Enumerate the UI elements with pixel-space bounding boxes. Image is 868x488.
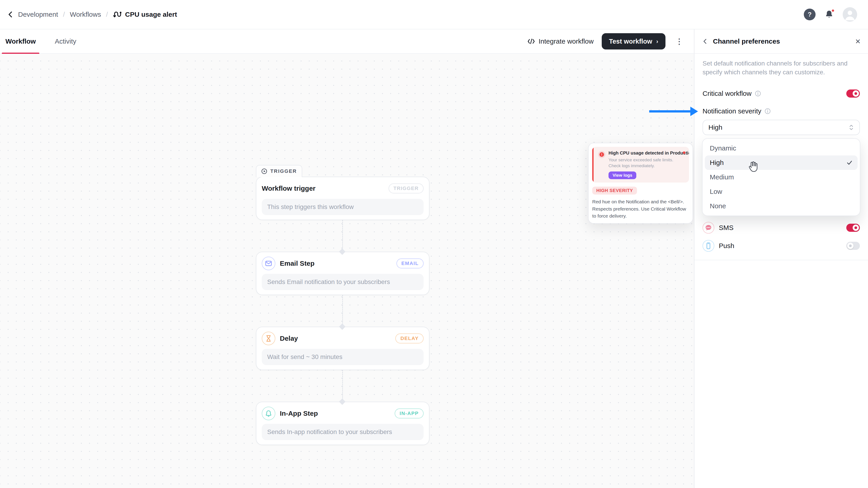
toolbar-actions: Integrate workflow Test workflow › ⋮ xyxy=(527,33,685,50)
notification-preview: ! High CPU usage detected in Production … xyxy=(592,147,689,183)
notification-timestamp: Today at 9:42 AM xyxy=(609,182,684,183)
high-severity-badge: HIGH SEVERITY xyxy=(592,187,637,195)
breadcrumb-separator: / xyxy=(106,11,108,18)
node-in-app-step[interactable]: In-App Step IN-APP Sends In-app notifica… xyxy=(256,402,430,445)
notification-head: ! High CPU usage detected in Production … xyxy=(598,151,684,183)
node-badge: DELAY xyxy=(395,333,424,344)
node-head: Delay DELAY xyxy=(262,332,424,345)
node-head: In-App Step IN-APP xyxy=(262,407,424,420)
tab-activity[interactable]: Activity xyxy=(51,29,80,54)
critical-workflow-row: Critical workflow xyxy=(703,87,860,100)
trigger-tab: TRIGGER xyxy=(256,165,302,177)
panel-divider xyxy=(694,260,868,260)
integrate-workflow-label: Integrate workflow xyxy=(539,37,594,45)
menu-item-medium[interactable]: Medium xyxy=(705,170,858,184)
node-workflow-trigger[interactable]: Workflow trigger TRIGGER This step trigg… xyxy=(256,177,430,220)
panel-header: Channel preferences ✕ xyxy=(694,29,868,53)
panel-title: Channel preferences xyxy=(713,37,780,45)
severity-tooltip: ! High CPU usage detected in Production … xyxy=(588,143,693,224)
play-circle-icon xyxy=(261,168,267,174)
back-button[interactable] xyxy=(6,10,14,19)
info-icon[interactable] xyxy=(765,108,771,114)
critical-workflow-toggle[interactable] xyxy=(846,90,860,98)
unread-indicator xyxy=(831,8,835,13)
breadcrumb-current: CPU usage alert xyxy=(113,10,177,19)
annotation-arrow-head xyxy=(690,107,698,116)
edge-connector xyxy=(342,370,343,402)
node-title: Delay xyxy=(280,335,298,342)
workflow-canvas[interactable]: TRIGGER Workflow trigger TRIGGER This st… xyxy=(0,54,694,488)
severity-dropdown-menu: Dynamic High Medium Low None xyxy=(702,138,860,216)
info-icon[interactable] xyxy=(755,90,761,97)
node-description: This step triggers this workflow xyxy=(262,199,424,215)
panel-description: Set default notification channels for su… xyxy=(703,59,860,76)
test-workflow-label: Test workflow xyxy=(609,38,652,45)
avatar[interactable] xyxy=(843,7,857,22)
node-badge: IN-APP xyxy=(395,409,424,418)
email-envelope-icon xyxy=(262,257,275,270)
help-icon[interactable]: ? xyxy=(804,8,815,20)
breadcrumb-separator: / xyxy=(63,11,65,18)
top-bar: Development / Workflows / CPU usage aler… xyxy=(0,0,868,29)
unread-dot-icon xyxy=(683,151,685,154)
node-email-step[interactable]: Email Step EMAIL Sends Email notificatio… xyxy=(256,252,430,295)
node-description: Wait for send ~ 30 minutes xyxy=(262,349,424,365)
chevron-right-icon: › xyxy=(656,38,658,45)
channel-row-push: Push xyxy=(703,239,860,252)
integrate-workflow-link[interactable]: Integrate workflow xyxy=(527,37,594,45)
close-icon[interactable]: ✕ xyxy=(855,37,861,45)
menu-item-dynamic[interactable]: Dynamic xyxy=(705,141,858,156)
svg-text:SMS: SMS xyxy=(706,226,711,229)
push-phone-icon xyxy=(703,240,714,252)
sms-toggle[interactable] xyxy=(846,224,860,232)
sms-icon: SMS xyxy=(703,222,714,234)
critical-workflow-label: Critical workflow xyxy=(703,90,752,97)
node-head: Email Step EMAIL xyxy=(262,257,424,270)
node-title: Email Step xyxy=(280,260,314,267)
breadcrumb-development[interactable]: Development xyxy=(18,11,58,18)
check-icon xyxy=(846,160,852,166)
node-title: In-App Step xyxy=(280,410,318,417)
tooltip-description: Red hue on the Notification and the <Bel… xyxy=(592,198,689,220)
mouse-cursor-hand xyxy=(747,160,758,174)
test-workflow-button[interactable]: Test workflow › xyxy=(602,33,665,50)
menu-item-low[interactable]: Low xyxy=(705,184,858,199)
tab-workflow[interactable]: Workflow xyxy=(2,29,39,54)
kebab-menu-icon[interactable]: ⋮ xyxy=(674,36,685,47)
workflow-route-icon xyxy=(113,10,121,19)
push-toggle[interactable] xyxy=(846,242,860,250)
node-delay[interactable]: Delay DELAY Wait for send ~ 30 minutes xyxy=(256,327,430,370)
node-badge: EMAIL xyxy=(397,258,424,268)
node-head: Workflow trigger TRIGGER xyxy=(262,182,424,195)
view-logs-button[interactable]: View logs xyxy=(609,171,636,179)
trigger-tab-label: TRIGGER xyxy=(270,168,297,174)
notification-title: High CPU usage detected in Production xyxy=(609,151,684,156)
second-row: Workflow Activity Integrate workflow Tes… xyxy=(0,29,868,54)
notifications-bell-icon[interactable] xyxy=(824,9,834,20)
node-description: Sends Email notification to your subscri… xyxy=(262,274,424,290)
node-description: Sends In-app notification to your subscr… xyxy=(262,424,424,440)
notification-body: Your service exceeded safe limits. Check… xyxy=(609,157,684,169)
panel-back-icon[interactable] xyxy=(702,38,708,45)
chevron-up-down-icon xyxy=(848,124,854,131)
bell-icon xyxy=(262,407,275,420)
main: TRIGGER Workflow trigger TRIGGER This st… xyxy=(0,54,868,488)
severity-select[interactable]: High xyxy=(703,120,860,135)
severity-select-value: High xyxy=(708,124,722,131)
edge-connector xyxy=(342,220,343,252)
code-icon xyxy=(527,38,535,44)
alert-icon: ! xyxy=(598,151,605,158)
node-title: Workflow trigger xyxy=(262,185,315,192)
menu-item-high[interactable]: High xyxy=(705,156,858,170)
channel-preferences-panel: Set default notification channels for su… xyxy=(694,54,868,488)
menu-item-none[interactable]: None xyxy=(705,199,858,213)
breadcrumb: Development / Workflows / CPU usage aler… xyxy=(18,10,177,19)
notification-severity-row: Notification severity xyxy=(703,105,860,117)
page-title: CPU usage alert xyxy=(125,11,177,18)
channel-row-sms: SMS SMS xyxy=(703,221,860,234)
edge-connector xyxy=(342,295,343,327)
notification-severity-label: Notification severity xyxy=(703,107,761,115)
page: { "topbar": { "breadcrumb": { "items": [… xyxy=(0,0,868,488)
breadcrumb-workflows[interactable]: Workflows xyxy=(70,11,101,18)
channel-label-sms: SMS xyxy=(719,224,734,232)
